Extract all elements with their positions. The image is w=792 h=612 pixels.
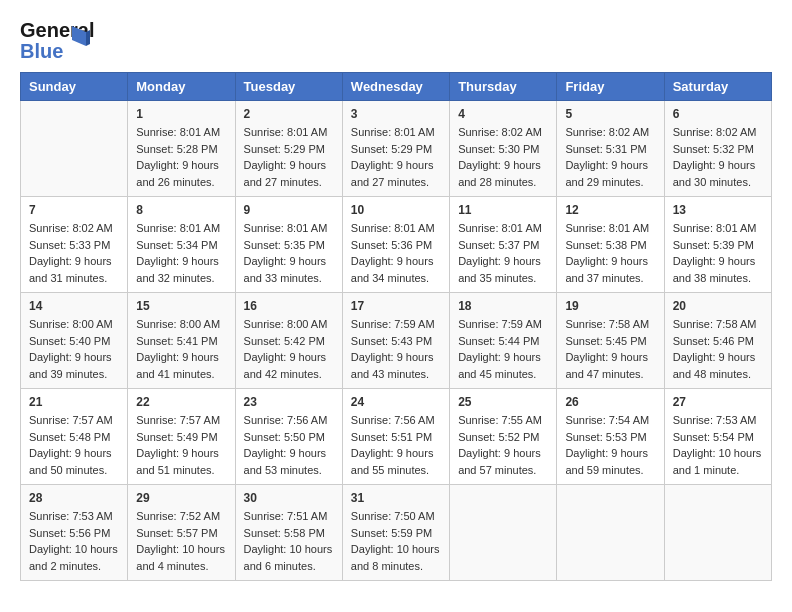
day-info: Sunrise: 8:01 AM Sunset: 5:37 PM Dayligh… [458, 220, 548, 286]
calendar-row: 1 Sunrise: 8:01 AM Sunset: 5:28 PM Dayli… [21, 101, 772, 197]
day-info: Sunrise: 8:01 AM Sunset: 5:39 PM Dayligh… [673, 220, 763, 286]
day-info: Sunrise: 8:01 AM Sunset: 5:38 PM Dayligh… [565, 220, 655, 286]
sunrise: Sunrise: 7:52 AM [136, 510, 220, 522]
day-number: 26 [565, 395, 655, 409]
day-number: 16 [244, 299, 334, 313]
sunset: Sunset: 5:40 PM [29, 335, 110, 347]
day-number: 25 [458, 395, 548, 409]
daylight: Daylight: 9 hours and 30 minutes. [673, 159, 756, 188]
daylight: Daylight: 9 hours and 28 minutes. [458, 159, 541, 188]
day-number: 7 [29, 203, 119, 217]
sunrise: Sunrise: 8:01 AM [458, 222, 542, 234]
header-cell-monday: Monday [128, 73, 235, 101]
daylight: Daylight: 9 hours and 27 minutes. [351, 159, 434, 188]
sunrise: Sunrise: 7:57 AM [136, 414, 220, 426]
sunset: Sunset: 5:35 PM [244, 239, 325, 251]
calendar-cell: 5 Sunrise: 8:02 AM Sunset: 5:31 PM Dayli… [557, 101, 664, 197]
sunset: Sunset: 5:57 PM [136, 527, 217, 539]
day-number: 27 [673, 395, 763, 409]
calendar-cell: 1 Sunrise: 8:01 AM Sunset: 5:28 PM Dayli… [128, 101, 235, 197]
sunrise: Sunrise: 8:01 AM [244, 126, 328, 138]
daylight: Daylight: 9 hours and 35 minutes. [458, 255, 541, 284]
calendar-cell: 14 Sunrise: 8:00 AM Sunset: 5:40 PM Dayl… [21, 293, 128, 389]
sunrise: Sunrise: 7:53 AM [29, 510, 113, 522]
sunrise: Sunrise: 7:56 AM [244, 414, 328, 426]
sunrise: Sunrise: 8:00 AM [29, 318, 113, 330]
day-number: 19 [565, 299, 655, 313]
header-cell-wednesday: Wednesday [342, 73, 449, 101]
sunset: Sunset: 5:52 PM [458, 431, 539, 443]
day-number: 10 [351, 203, 441, 217]
sunrise: Sunrise: 8:01 AM [136, 222, 220, 234]
day-info: Sunrise: 8:01 AM Sunset: 5:29 PM Dayligh… [244, 124, 334, 190]
day-number: 28 [29, 491, 119, 505]
day-info: Sunrise: 7:50 AM Sunset: 5:59 PM Dayligh… [351, 508, 441, 574]
day-info: Sunrise: 7:58 AM Sunset: 5:45 PM Dayligh… [565, 316, 655, 382]
sunrise: Sunrise: 8:00 AM [244, 318, 328, 330]
header-row: SundayMondayTuesdayWednesdayThursdayFrid… [21, 73, 772, 101]
calendar-cell: 26 Sunrise: 7:54 AM Sunset: 5:53 PM Dayl… [557, 389, 664, 485]
calendar-cell [450, 485, 557, 581]
calendar-cell: 13 Sunrise: 8:01 AM Sunset: 5:39 PM Dayl… [664, 197, 771, 293]
daylight: Daylight: 9 hours and 34 minutes. [351, 255, 434, 284]
daylight: Daylight: 9 hours and 45 minutes. [458, 351, 541, 380]
day-number: 21 [29, 395, 119, 409]
daylight: Daylight: 9 hours and 29 minutes. [565, 159, 648, 188]
calendar-cell: 19 Sunrise: 7:58 AM Sunset: 5:45 PM Dayl… [557, 293, 664, 389]
sunrise: Sunrise: 8:01 AM [351, 222, 435, 234]
sunset: Sunset: 5:28 PM [136, 143, 217, 155]
sunset: Sunset: 5:39 PM [673, 239, 754, 251]
calendar-cell: 3 Sunrise: 8:01 AM Sunset: 5:29 PM Dayli… [342, 101, 449, 197]
sunrise: Sunrise: 8:02 AM [673, 126, 757, 138]
header-cell-saturday: Saturday [664, 73, 771, 101]
day-info: Sunrise: 7:56 AM Sunset: 5:50 PM Dayligh… [244, 412, 334, 478]
sunset: Sunset: 5:44 PM [458, 335, 539, 347]
sunrise: Sunrise: 8:01 AM [673, 222, 757, 234]
sunset: Sunset: 5:30 PM [458, 143, 539, 155]
calendar-cell: 11 Sunrise: 8:01 AM Sunset: 5:37 PM Dayl… [450, 197, 557, 293]
sunset: Sunset: 5:59 PM [351, 527, 432, 539]
daylight: Daylight: 9 hours and 59 minutes. [565, 447, 648, 476]
sunset: Sunset: 5:33 PM [29, 239, 110, 251]
calendar-cell: 9 Sunrise: 8:01 AM Sunset: 5:35 PM Dayli… [235, 197, 342, 293]
sunrise: Sunrise: 7:59 AM [458, 318, 542, 330]
calendar-cell: 27 Sunrise: 7:53 AM Sunset: 5:54 PM Dayl… [664, 389, 771, 485]
daylight: Daylight: 9 hours and 39 minutes. [29, 351, 112, 380]
daylight: Daylight: 9 hours and 53 minutes. [244, 447, 327, 476]
header-cell-sunday: Sunday [21, 73, 128, 101]
calendar-cell: 30 Sunrise: 7:51 AM Sunset: 5:58 PM Dayl… [235, 485, 342, 581]
daylight: Daylight: 10 hours and 8 minutes. [351, 543, 440, 572]
calendar-cell: 10 Sunrise: 8:01 AM Sunset: 5:36 PM Dayl… [342, 197, 449, 293]
day-info: Sunrise: 7:58 AM Sunset: 5:46 PM Dayligh… [673, 316, 763, 382]
day-info: Sunrise: 7:57 AM Sunset: 5:48 PM Dayligh… [29, 412, 119, 478]
daylight: Daylight: 9 hours and 33 minutes. [244, 255, 327, 284]
day-info: Sunrise: 8:02 AM Sunset: 5:30 PM Dayligh… [458, 124, 548, 190]
header-cell-tuesday: Tuesday [235, 73, 342, 101]
day-number: 30 [244, 491, 334, 505]
svg-marker-1 [86, 30, 90, 46]
day-info: Sunrise: 8:01 AM Sunset: 5:29 PM Dayligh… [351, 124, 441, 190]
calendar-row: 7 Sunrise: 8:02 AM Sunset: 5:33 PM Dayli… [21, 197, 772, 293]
daylight: Daylight: 9 hours and 37 minutes. [565, 255, 648, 284]
sunrise: Sunrise: 7:57 AM [29, 414, 113, 426]
daylight: Daylight: 9 hours and 27 minutes. [244, 159, 327, 188]
sunset: Sunset: 5:53 PM [565, 431, 646, 443]
calendar-cell: 2 Sunrise: 8:01 AM Sunset: 5:29 PM Dayli… [235, 101, 342, 197]
calendar-row: 14 Sunrise: 8:00 AM Sunset: 5:40 PM Dayl… [21, 293, 772, 389]
day-info: Sunrise: 8:00 AM Sunset: 5:40 PM Dayligh… [29, 316, 119, 382]
sunrise: Sunrise: 8:02 AM [565, 126, 649, 138]
sunrise: Sunrise: 8:00 AM [136, 318, 220, 330]
day-info: Sunrise: 8:01 AM Sunset: 5:36 PM Dayligh… [351, 220, 441, 286]
sunset: Sunset: 5:31 PM [565, 143, 646, 155]
sunrise: Sunrise: 7:53 AM [673, 414, 757, 426]
day-info: Sunrise: 8:02 AM Sunset: 5:32 PM Dayligh… [673, 124, 763, 190]
daylight: Daylight: 9 hours and 47 minutes. [565, 351, 648, 380]
sunset: Sunset: 5:56 PM [29, 527, 110, 539]
sunset: Sunset: 5:51 PM [351, 431, 432, 443]
calendar-cell: 28 Sunrise: 7:53 AM Sunset: 5:56 PM Dayl… [21, 485, 128, 581]
sunset: Sunset: 5:42 PM [244, 335, 325, 347]
daylight: Daylight: 9 hours and 48 minutes. [673, 351, 756, 380]
sunrise: Sunrise: 7:54 AM [565, 414, 649, 426]
day-number: 13 [673, 203, 763, 217]
sunset: Sunset: 5:37 PM [458, 239, 539, 251]
